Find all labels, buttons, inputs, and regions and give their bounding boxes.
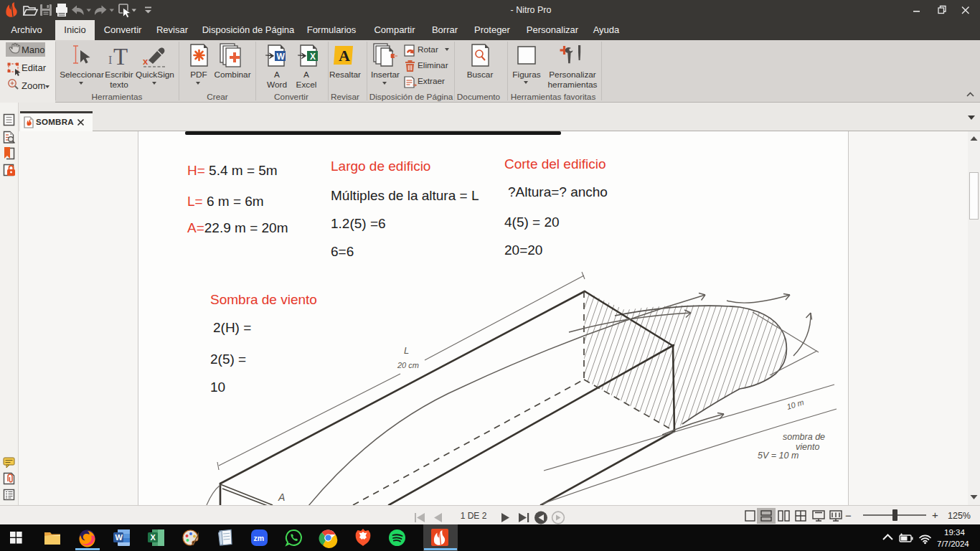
svg-text:5V = 10 m: 5V = 10 m: [758, 451, 798, 461]
svg-text:A: A: [278, 491, 285, 503]
svg-text:L: L: [404, 345, 409, 356]
svg-text:I: I: [108, 54, 112, 66]
svg-text:zm: zm: [254, 534, 265, 542]
svg-text:x: x: [143, 56, 149, 67]
svg-text:W: W: [116, 533, 123, 542]
svg-text:X: X: [151, 533, 156, 542]
svg-text:T: T: [113, 44, 128, 70]
svg-text:X: X: [310, 52, 316, 62]
svg-text:20 cm: 20 cm: [397, 361, 419, 369]
svg-text:viento: viento: [796, 442, 819, 452]
svg-text:10 m: 10 m: [786, 397, 805, 411]
svg-text:W: W: [277, 52, 286, 62]
svg-text:sombra de: sombra de: [783, 432, 825, 442]
svg-text:A: A: [339, 47, 350, 65]
